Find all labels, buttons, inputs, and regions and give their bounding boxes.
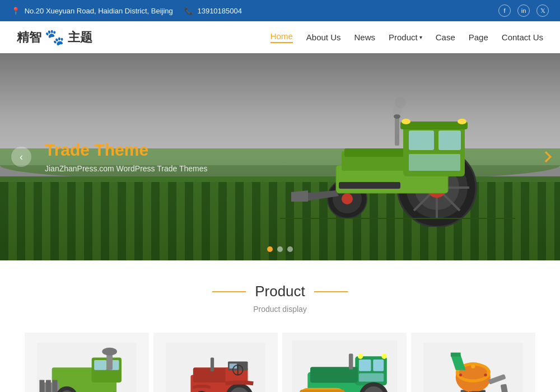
hero-slider: Trade Theme JianZhanPress.com WordPress … [0, 53, 560, 260]
section-title: Product [255, 283, 305, 300]
logo[interactable]: 精智 🐾 主题 [17, 28, 92, 46]
svg-rect-60 [211, 357, 214, 371]
svg-rect-17 [409, 130, 434, 150]
social-links: f in 𝕏 [498, 4, 549, 17]
svg-point-24 [394, 114, 400, 119]
hero-dot-2[interactable] [277, 246, 283, 252]
svg-point-28 [395, 97, 406, 108]
product-image-4 [423, 342, 523, 392]
facebook-icon[interactable]: f [498, 4, 511, 17]
svg-rect-67 [358, 373, 383, 381]
nav-news[interactable]: News [354, 32, 376, 42]
section-title-container: Product [11, 283, 549, 300]
main-nav: Home About Us News Product ▾ Case Page C… [270, 31, 543, 43]
product-section: Product Product display [0, 260, 560, 392]
nav-home[interactable]: Home [270, 31, 293, 43]
product-card-3[interactable] [282, 333, 407, 392]
logo-text-left: 精智 [17, 29, 41, 46]
product-dropdown-arrow: ▾ [419, 34, 422, 40]
svg-point-22 [458, 119, 466, 124]
phone-text: 13910185004 [197, 7, 242, 15]
hero-tractor-image [280, 70, 515, 227]
nav-product-label: Product [389, 32, 418, 42]
svg-rect-32 [94, 360, 106, 370]
svg-point-97 [459, 374, 462, 376]
svg-point-81 [358, 354, 363, 359]
nav-contact[interactable]: Contact Us [502, 32, 543, 42]
svg-rect-19 [409, 154, 460, 171]
header: 精智 🐾 主题 Home About Us News Product ▾ Cas… [0, 21, 560, 53]
linkedin-icon[interactable]: in [517, 4, 530, 17]
svg-point-98 [484, 374, 487, 376]
svg-rect-76 [300, 390, 344, 392]
svg-point-82 [381, 354, 386, 359]
product-card-2[interactable] [153, 333, 278, 392]
nav-page[interactable]: Page [469, 32, 488, 42]
top-bar-contact: 📍 No.20 Xueyuan Road, Haidian District, … [11, 7, 242, 15]
chevron-left-icon: ‹ [20, 151, 23, 163]
svg-point-21 [402, 119, 410, 124]
location-icon: 📍 [11, 7, 20, 15]
section-subtitle: Product display [11, 305, 549, 314]
nav-case[interactable]: Case [436, 32, 455, 42]
title-line-left [212, 291, 246, 292]
nav-about[interactable]: About Us [306, 32, 341, 42]
product-card-4[interactable] [411, 333, 535, 392]
product-card-1[interactable] [25, 333, 149, 392]
product-image-3 [292, 339, 398, 392]
phone-info: 📞 13910185004 [184, 7, 242, 15]
svg-rect-37 [53, 380, 58, 392]
svg-rect-18 [438, 130, 461, 150]
hero-text: Trade Theme JianZhanPress.com WordPress … [45, 141, 208, 173]
address-info: 📍 No.20 Xueyuan Road, Haidian District, … [11, 7, 173, 15]
svg-rect-36 [46, 380, 51, 392]
hero-dot-3[interactable] [287, 246, 293, 252]
paw-icon: 🐾 [45, 28, 64, 46]
hero-dot-1[interactable] [267, 246, 273, 252]
svg-rect-25 [339, 182, 400, 189]
product-grid [11, 330, 549, 392]
top-bar: 📍 No.20 Xueyuan Road, Haidian District, … [0, 0, 560, 21]
product-image-2 [166, 342, 265, 392]
svg-rect-65 [358, 360, 371, 371]
hero-subtitle: JianZhanPress.com WordPress Trade Themes [45, 164, 208, 173]
svg-point-45 [102, 348, 118, 356]
svg-rect-23 [395, 118, 399, 146]
twitter-icon[interactable]: 𝕏 [536, 4, 549, 17]
address-text: No.20 Xueyuan Road, Haidian District, Be… [25, 7, 173, 15]
svg-rect-83 [349, 354, 353, 370]
svg-rect-66 [373, 360, 384, 371]
hero-dots [267, 246, 293, 252]
svg-rect-15 [344, 148, 412, 157]
product-image-1 [37, 342, 137, 392]
svg-point-99 [471, 365, 475, 368]
svg-rect-35 [40, 380, 45, 392]
svg-point-12 [342, 193, 353, 204]
nav-product[interactable]: Product ▾ [389, 32, 422, 42]
phone-icon: 📞 [184, 7, 193, 15]
hero-title: Trade Theme [45, 141, 208, 160]
svg-rect-20 [400, 122, 468, 129]
hero-prev-button[interactable]: ‹ [11, 147, 31, 167]
title-line-right [314, 291, 348, 292]
logo-text-right: 主题 [68, 29, 92, 46]
